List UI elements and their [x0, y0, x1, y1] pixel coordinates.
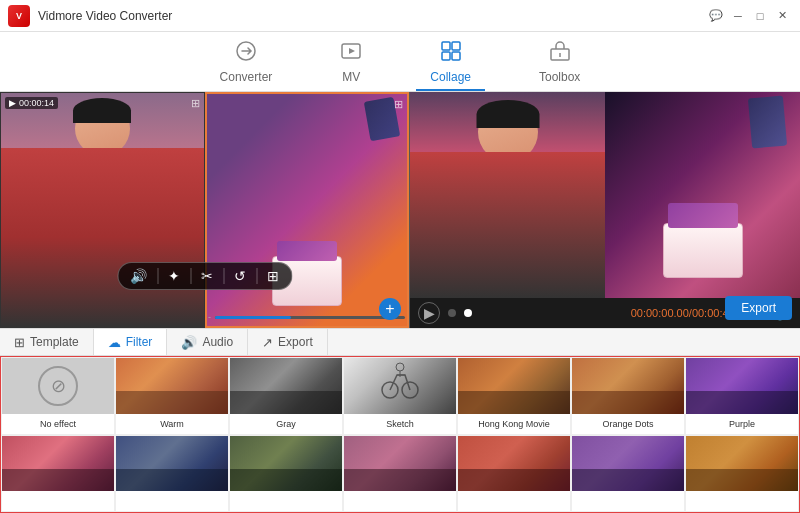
preview-cell-face: [410, 92, 605, 298]
filter-r4[interactable]: [343, 435, 457, 513]
toolbox-label: Toolbox: [539, 70, 580, 84]
rotate-tool-icon[interactable]: ↺: [234, 268, 246, 284]
sketch-label: Sketch: [344, 414, 456, 434]
vol-minus[interactable]: -: [208, 312, 211, 322]
preview-face-thumb: [410, 92, 605, 298]
filter-tab-icon: ☁: [108, 335, 121, 350]
r5-thumb: [458, 436, 570, 492]
collage-label: Collage: [430, 70, 471, 84]
export-button[interactable]: Export: [725, 296, 792, 320]
effects-tool-icon[interactable]: ✦: [168, 268, 180, 284]
maximize-btn[interactable]: □: [750, 6, 770, 26]
filter-tab-label: Filter: [126, 335, 153, 349]
converter-icon: [235, 40, 257, 67]
minimize-btn[interactable]: ─: [728, 6, 748, 26]
purple-label: Purple: [686, 414, 798, 434]
mv-icon: [340, 40, 362, 67]
tab-audio[interactable]: 🔊 Audio: [167, 329, 248, 355]
tab-collage[interactable]: Collage: [416, 34, 485, 90]
r7-label: [686, 491, 798, 511]
filter-gray[interactable]: Gray: [229, 357, 343, 435]
timestamp-cell1: ▶ 00:00:14: [5, 97, 58, 109]
r1-label: [2, 491, 114, 511]
filter-r2[interactable]: [115, 435, 229, 513]
volume-tool-icon[interactable]: 🔊: [130, 268, 147, 284]
svg-rect-5: [452, 52, 460, 60]
converter-label: Converter: [220, 70, 273, 84]
hk-label: Hong Kong Movie: [458, 414, 570, 434]
app-title: Vidmore Video Converter: [38, 9, 706, 23]
r3-label: [230, 491, 342, 511]
svg-point-10: [396, 363, 404, 371]
title-bar: V Vidmore Video Converter 💬 ─ □ ✕: [0, 0, 800, 32]
main-content: ▶ 00:00:14 ⊞ ⊞: [0, 92, 800, 328]
svg-rect-3: [452, 42, 460, 50]
r6-thumb: [572, 436, 684, 492]
collage-icon: [440, 40, 462, 67]
filter-r1[interactable]: [1, 435, 115, 513]
r2-thumb: [116, 436, 228, 492]
audio-tab-label: Audio: [202, 335, 233, 349]
filter-row-1: ⊘ No effect Warm Gray: [1, 357, 799, 435]
tab-filter[interactable]: ☁ Filter: [94, 329, 168, 355]
toolbar-divider-4: [256, 268, 257, 284]
filter-r5[interactable]: [457, 435, 571, 513]
filter-sketch[interactable]: Sketch: [343, 357, 457, 435]
fullscreen-tool-icon[interactable]: ⊞: [267, 268, 279, 284]
r1-thumb: [2, 436, 114, 492]
volume-bar[interactable]: [215, 316, 405, 319]
close-btn[interactable]: ✕: [772, 6, 792, 26]
svg-rect-4: [442, 52, 450, 60]
bottom-tabs: ⊞ Template ☁ Filter 🔊 Audio ↗ Export: [0, 328, 800, 356]
tab-template[interactable]: ⊞ Template: [0, 329, 94, 355]
filter-r3[interactable]: [229, 435, 343, 513]
mv-label: MV: [342, 70, 360, 84]
filter-no-effect[interactable]: ⊘ No effect: [1, 357, 115, 435]
purple-thumb: [686, 358, 798, 414]
tab-toolbox[interactable]: Toolbox: [525, 34, 594, 90]
add-video-button[interactable]: +: [379, 298, 401, 320]
preview-area: [410, 92, 800, 298]
r3-thumb: [230, 436, 342, 492]
toolbar-divider-3: [223, 268, 224, 284]
tab-mv[interactable]: MV: [326, 34, 376, 90]
orange-dots-thumb: [572, 358, 684, 414]
crop-tool-icon[interactable]: ✂: [201, 268, 213, 284]
cell1-thumbnail: [1, 93, 204, 327]
tab-export[interactable]: ↗ Export: [248, 329, 328, 355]
gray-label: Gray: [230, 414, 342, 434]
preview-cake-thumb: [605, 92, 800, 298]
no-effect-label: No effect: [2, 414, 114, 434]
warm-thumb: [116, 358, 228, 414]
left-panel: ▶ 00:00:14 ⊞ ⊞: [0, 92, 410, 328]
filter-r6[interactable]: [571, 435, 685, 513]
no-effect-thumb: ⊘: [2, 358, 114, 414]
filter-warm[interactable]: Warm: [115, 357, 229, 435]
export-tab-icon: ↗: [262, 335, 273, 350]
filter-rows: ⊘ No effect Warm Gray: [1, 357, 799, 512]
filter-r7[interactable]: [685, 435, 799, 513]
r4-thumb: [344, 436, 456, 492]
r6-label: [572, 491, 684, 511]
warm-label: Warm: [116, 414, 228, 434]
export-tab-label: Export: [278, 335, 313, 349]
filter-row-2: [1, 435, 799, 513]
r4-label: [344, 491, 456, 511]
play-button[interactable]: ▶: [418, 302, 440, 324]
grid-icon-cell2: ⊞: [394, 98, 403, 111]
right-panel: ▶ 00:00:00.00/00:00:44.05 🔊 Export: [410, 92, 800, 328]
message-btn[interactable]: 💬: [706, 6, 726, 26]
video-cell-2[interactable]: ⊞: [205, 92, 410, 328]
filter-gallery: ⊘ No effect Warm Gray: [0, 356, 800, 513]
filter-purple[interactable]: Purple: [685, 357, 799, 435]
video-cell-1[interactable]: ▶ 00:00:14 ⊞: [0, 92, 205, 328]
cell-toolbar: 🔊 ✦ ✂ ↺ ⊞: [117, 262, 292, 290]
gray-thumb: [230, 358, 342, 414]
window-controls: 💬 ─ □ ✕: [706, 6, 792, 26]
template-tab-icon: ⊞: [14, 335, 25, 350]
tab-converter[interactable]: Converter: [206, 34, 287, 90]
filter-hk-movie[interactable]: Hong Kong Movie: [457, 357, 571, 435]
svg-rect-2: [442, 42, 450, 50]
r7-thumb: [686, 436, 798, 492]
filter-orange-dots[interactable]: Orange Dots: [571, 357, 685, 435]
